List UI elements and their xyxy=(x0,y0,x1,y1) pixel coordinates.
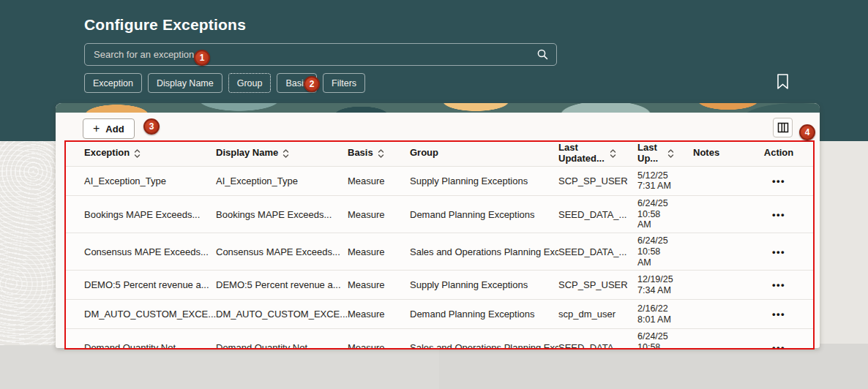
column-label: Last Up... xyxy=(637,143,663,165)
plus-icon: + xyxy=(93,123,100,135)
content-panel: + Add Exception xyxy=(56,103,820,348)
cell-notes xyxy=(693,281,756,290)
chip-filters[interactable]: Filters xyxy=(323,73,365,93)
table-row[interactable]: Bookings MAPE Exceeds... Bookings MAPE E… xyxy=(64,195,815,233)
table-row[interactable]: DEMO:5 Percent revenue a... DEMO:5 Perce… xyxy=(64,270,815,299)
manage-columns-button[interactable] xyxy=(773,118,793,137)
cell-action: ••• xyxy=(756,339,815,348)
column-header-display-name[interactable]: Display Name xyxy=(216,146,348,160)
cell-display-name: DEMO:5 Percent revenue a... xyxy=(216,275,348,295)
decor-circles-pattern xyxy=(0,141,56,345)
cell-action: ••• xyxy=(756,276,815,294)
cell-notes xyxy=(693,247,756,256)
row-actions-button[interactable]: ••• xyxy=(772,210,785,219)
add-button[interactable]: + Add xyxy=(83,118,135,139)
cell-display-name: Bookings MAPE Exceeds... xyxy=(216,205,348,224)
row-actions-button[interactable]: ••• xyxy=(772,176,785,186)
row-actions-button[interactable]: ••• xyxy=(772,309,785,319)
chip-basis[interactable]: Basis xyxy=(277,73,317,93)
sort-icon[interactable] xyxy=(667,148,674,159)
column-header-group[interactable]: Group xyxy=(410,146,558,160)
sort-icon[interactable] xyxy=(283,148,289,159)
chip-display-name[interactable]: Display Name xyxy=(148,73,222,93)
page: Configure Exceptions Exception Display N… xyxy=(0,0,868,389)
cell-basis: Measure xyxy=(348,338,410,348)
cell-last-updated-date: 2/16/22 8:01 AM xyxy=(637,301,693,328)
column-header-last-updated-date[interactable]: Last Up... xyxy=(637,141,693,166)
cell-last-updated-by: SEED_DATA_... xyxy=(558,205,637,224)
cell-display-name: Consensus MAPE Exceeds... xyxy=(216,242,348,262)
search-button[interactable] xyxy=(536,48,549,61)
cell-notes xyxy=(693,210,756,219)
cell-last-updated-by: SEED_DATA_... xyxy=(558,338,637,348)
sort-icon[interactable] xyxy=(378,148,384,159)
cell-action: ••• xyxy=(756,172,815,190)
cell-exception: Consensus MAPE Exceeds... xyxy=(64,242,216,262)
exceptions-table: Exception Display Name Basis xyxy=(64,141,815,348)
column-header-basis[interactable]: Basis xyxy=(348,146,410,160)
cell-action: ••• xyxy=(756,205,815,224)
search-input[interactable] xyxy=(94,49,536,60)
column-header-action: Action xyxy=(756,146,815,160)
cell-basis: Measure xyxy=(348,171,410,191)
cell-display-name: DM_AUTO_CUSTOM_EXCE... xyxy=(216,304,348,324)
cell-group: Sales and Operations Planning Excep xyxy=(410,242,558,262)
cell-exception: DEMO:5 Percent revenue a... xyxy=(64,275,216,295)
column-label: Exception xyxy=(84,148,130,159)
cell-exception: Bookings MAPE Exceeds... xyxy=(64,205,216,224)
column-header-exception[interactable]: Exception xyxy=(64,146,216,160)
search-box[interactable] xyxy=(84,43,557,66)
search-category-chips: Exception Display Name Group Basis Filte… xyxy=(84,73,365,93)
row-actions-button[interactable]: ••• xyxy=(772,280,785,290)
column-label: Action xyxy=(764,148,793,159)
cell-group: Demand Planning Exceptions xyxy=(410,304,558,324)
cell-basis: Measure xyxy=(348,304,410,324)
cell-exception: AI_Exception_Type xyxy=(64,171,216,191)
cell-notes xyxy=(693,176,756,185)
table-row[interactable]: AI_Exception_Type AI_Exception_Type Meas… xyxy=(64,166,815,195)
cell-last-updated-date: 6/24/25 10:58 AM xyxy=(637,196,693,233)
cell-basis: Measure xyxy=(348,205,410,224)
cell-action: ••• xyxy=(756,305,815,323)
table-row[interactable]: Demand Quantity Not... Demand Quantity N… xyxy=(64,328,815,348)
column-header-last-updated-by[interactable]: Last Updated... xyxy=(558,141,637,166)
cell-last-updated-date: 12/19/25 7:34 AM xyxy=(637,272,693,298)
column-label: Last Updated... xyxy=(558,143,605,165)
page-title: Configure Exceptions xyxy=(84,16,246,34)
sort-icon[interactable] xyxy=(610,148,616,159)
table-row[interactable]: DM_AUTO_CUSTOM_EXCE... DM_AUTO_CUSTOM_EX… xyxy=(64,299,815,328)
sort-icon[interactable] xyxy=(134,148,141,159)
column-label: Display Name xyxy=(216,148,278,159)
decor-banner xyxy=(56,103,820,113)
column-label: Group xyxy=(410,148,438,159)
row-actions-button[interactable]: ••• xyxy=(772,343,785,348)
cell-last-updated-by: scp_dm_user xyxy=(558,304,637,324)
bookmark-icon xyxy=(776,73,790,90)
cell-exception: Demand Quantity Not... xyxy=(64,338,216,348)
table-row[interactable]: Consensus MAPE Exceeds... Consensus MAPE… xyxy=(64,233,815,270)
cell-display-name: AI_Exception_Type xyxy=(216,171,348,191)
cell-group: Demand Planning Exceptions xyxy=(410,205,558,224)
cell-basis: Measure xyxy=(348,275,410,295)
cell-last-updated-by: SCP_SP_USER xyxy=(558,275,637,295)
cell-last-updated-date: 6/24/25 10:58 AM xyxy=(637,233,693,270)
row-actions-button[interactable]: ••• xyxy=(772,247,785,257)
column-header-notes: Notes xyxy=(693,146,756,160)
column-label: Basis xyxy=(348,148,373,159)
add-button-label: Add xyxy=(105,124,124,135)
cell-notes xyxy=(693,344,756,349)
search-icon xyxy=(536,48,549,61)
column-label: Notes xyxy=(693,148,719,159)
cell-last-updated-date: 5/12/25 7:31 AM xyxy=(637,168,693,194)
table-header-row: Exception Display Name Basis xyxy=(64,141,815,166)
chip-exception[interactable]: Exception xyxy=(84,73,142,93)
bookmark-button[interactable] xyxy=(774,73,791,92)
cell-display-name: Demand Quantity Not... xyxy=(216,338,348,348)
cell-last-updated-by: SEED_DATA_... xyxy=(558,242,637,262)
decor-rice-pattern xyxy=(439,344,868,389)
chip-group[interactable]: Group xyxy=(228,73,272,93)
cell-basis: Measure xyxy=(348,242,410,262)
cell-group: Supply Planning Exceptions xyxy=(410,275,558,295)
columns-icon xyxy=(777,122,789,133)
cell-group: Sales and Operations Planning Excep xyxy=(410,338,558,348)
